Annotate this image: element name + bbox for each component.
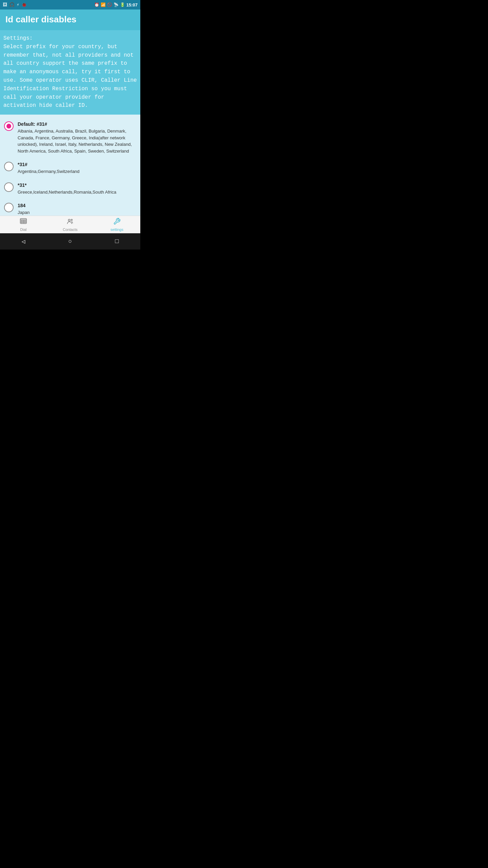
radio-countries-3: Greece,Iceland,Netherlands,Romania,South… [18, 189, 116, 196]
radio-button-4[interactable] [4, 203, 14, 212]
recent-button[interactable]: □ [115, 238, 119, 245]
radio-item-4[interactable]: 184 Japan [0, 199, 140, 217]
settings-body: Select prefix for your country, but reme… [3, 44, 137, 109]
radio-button-1[interactable] [4, 121, 14, 131]
radio-button-3[interactable] [4, 182, 14, 192]
main-content: Settings: Select prefix for your country… [0, 30, 140, 217]
radio-text-4: 184 Japan [18, 202, 29, 216]
home-button[interactable]: ○ [68, 238, 72, 245]
settings-icon [113, 218, 121, 227]
usb-icon: ⚡ [17, 2, 19, 7]
status-bar-right-icons: ⏰ 📶 🚫 📡 🔋 15:07 [94, 2, 138, 7]
radio-item-3[interactable]: *31* Greece,Iceland,Netherlands,Romania,… [0, 178, 140, 199]
signal-icon: 📡 [114, 2, 119, 7]
radio-text-3: *31* Greece,Iceland,Netherlands,Romania,… [18, 182, 116, 196]
dial-label: Dial [20, 228, 27, 232]
time-display: 15:07 [126, 2, 138, 7]
radio-prefix-2: *31# [18, 161, 80, 168]
radio-prefix-3: *31* [18, 182, 116, 189]
radio-countries-4: Japan [18, 209, 29, 216]
status-bar: 🖼 🎧 ⚡ 🐞 ⏰ 📶 🚫 📡 🔋 15:07 [0, 0, 140, 9]
alarm-icon: ⏰ [94, 2, 99, 7]
app-header: Id caller disables [0, 9, 140, 30]
radio-inner-1 [6, 124, 11, 129]
bug-icon: 🐞 [21, 2, 27, 7]
image-icon: 🖼 [3, 2, 7, 7]
radio-countries-1: Albania, Argentina, Australia, Brazil, B… [18, 128, 136, 154]
headset-icon: 🎧 [9, 2, 15, 7]
radio-button-2[interactable] [4, 162, 14, 171]
battery-icon: 🔋 [120, 2, 125, 7]
nav-item-dial[interactable]: Dial [0, 216, 47, 233]
back-button[interactable]: ◁ [22, 238, 25, 245]
radio-countries-2: Argentina,Germany,Switzerland [18, 168, 80, 175]
contacts-icon [66, 218, 74, 227]
dial-icon [20, 218, 27, 227]
settings-label: settings [110, 228, 123, 232]
blocked-icon: 🚫 [107, 2, 112, 7]
nav-item-contacts[interactable]: Contacts [47, 216, 94, 233]
wifi-icon: 📶 [101, 2, 106, 7]
radio-options-list: Default: #31# Albania, Argentina, Austra… [0, 115, 140, 217]
radio-item-2[interactable]: *31# Argentina,Germany,Switzerland [0, 158, 140, 178]
status-bar-left-icons: 🖼 🎧 ⚡ 🐞 [3, 2, 27, 7]
svg-point-8 [71, 219, 73, 221]
settings-description: Settings: Select prefix for your country… [0, 30, 140, 115]
contacts-label: Contacts [63, 228, 77, 232]
radio-prefix-4: 184 [18, 202, 29, 209]
radio-text-1: Default: #31# Albania, Argentina, Austra… [18, 121, 136, 154]
radio-text-2: *31# Argentina,Germany,Switzerland [18, 161, 80, 175]
page-title: Id caller disables [5, 14, 135, 25]
nav-item-settings[interactable]: settings [94, 216, 140, 233]
svg-point-7 [68, 219, 70, 221]
settings-label: Settings: [3, 35, 33, 41]
bottom-navigation: Dial Contacts settings [0, 216, 140, 233]
system-navigation-bar: ◁ ○ □ [0, 233, 140, 250]
radio-prefix-1: Default: #31# [18, 121, 136, 128]
radio-item-1[interactable]: Default: #31# Albania, Argentina, Austra… [0, 117, 140, 158]
